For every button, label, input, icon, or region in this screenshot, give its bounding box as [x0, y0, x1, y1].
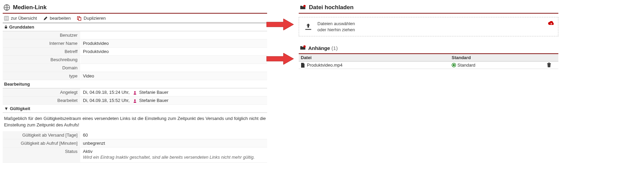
label-type: type	[3, 72, 81, 80]
label-betreff: Betreff	[3, 48, 81, 55]
label-angelegt: Angelegt	[3, 88, 81, 96]
svg-point-8	[134, 91, 136, 93]
section-grunddaten-label: Grunddaten	[9, 24, 34, 30]
duplicate-button[interactable]: Duplizieren	[77, 16, 106, 21]
value-interner-name: Produktvideo	[81, 39, 267, 47]
col-file[interactable]: Datei	[299, 54, 450, 62]
edit-button[interactable]: bearbeiten	[43, 16, 71, 21]
row-beschreibung: Beschreibung	[3, 56, 267, 64]
attachments-count: (1)	[331, 45, 337, 51]
label-versand: Gültigkeit ab Versand [Tage]	[3, 131, 81, 139]
label-interner-name: Interner Name	[3, 39, 81, 47]
page-title: Medien-Link	[13, 4, 47, 11]
label-benutzer: Benutzer	[3, 31, 81, 39]
value-benutzer	[81, 31, 267, 39]
svg-rect-7	[5, 27, 7, 29]
overview-label: zur Übersicht	[11, 16, 37, 21]
row-status: Status Aktiv Wird ein Eintrag Inaktiv ge…	[3, 147, 267, 163]
attachments-table: Datei Standard Produktvideo.mp4	[299, 54, 558, 69]
row-type: type Video	[3, 72, 267, 80]
left-panel-header: Medien-Link	[3, 3, 267, 14]
globe-icon	[3, 4, 10, 11]
edit-label: bearbeiten	[50, 16, 71, 21]
table-row[interactable]: Produktvideo.mp4 Standard	[299, 62, 558, 69]
value-versand: 60	[81, 131, 267, 139]
svg-point-13	[453, 64, 455, 66]
row-angelegt: Angelegt Di, 04.09.18, 15:24 Uhr, Stefan…	[3, 88, 267, 96]
value-beschreibung	[81, 56, 267, 64]
section-gueltigkeit[interactable]: ▼ Gültigkeit	[3, 105, 267, 113]
overview-button[interactable]: zur Übersicht	[4, 16, 37, 21]
svg-point-9	[134, 99, 136, 101]
gueltigkeit-info: Maßgeblich für den Gültigkeitszeitraum e…	[3, 113, 267, 131]
label-aufruf: Gültigkeit ab Aufruf [Minuten]	[3, 139, 81, 147]
status-note: Wird ein Eintrag Inaktiv geschaltet, sin…	[83, 154, 265, 161]
arrow-icon	[266, 53, 294, 65]
label-bearbeitet: Bearbeitet	[3, 96, 81, 104]
col-actions	[545, 54, 558, 62]
standard-label: Standard	[457, 63, 475, 68]
label-domain: Domain	[3, 64, 81, 72]
upload-text: Dateien auswählen oder hierhin ziehen	[317, 21, 355, 33]
folder-upload-icon	[299, 4, 306, 11]
user-icon	[133, 91, 137, 95]
section-bearbeitung: Bearbeitung	[3, 80, 267, 88]
caret-down-icon: ▼	[4, 106, 8, 111]
row-aufruf: Gültigkeit ab Aufruf [Minuten] unbegrenz…	[3, 139, 267, 147]
value-betreff: Produktvideo	[81, 48, 267, 55]
value-aufruf: unbegrenzt	[81, 139, 267, 147]
user-icon	[133, 99, 137, 103]
value-domain	[81, 64, 267, 72]
radio-selected-icon[interactable]	[452, 63, 456, 67]
upload-title: Datei hochladen	[309, 4, 353, 11]
svg-rect-6	[79, 17, 81, 20]
row-interner-name: Interner Name Produktvideo	[3, 39, 267, 48]
toolbar: zur Übersicht bearbeiten Duplizieren	[3, 14, 267, 23]
row-betreff: Betreff Produktvideo	[3, 48, 267, 56]
section-gueltigkeit-label: Gültigkeit	[10, 106, 30, 111]
upload-dropzone[interactable]: Dateien auswählen oder hierhin ziehen	[299, 17, 558, 36]
arrow-icon	[266, 19, 294, 30]
label-status: Status	[3, 147, 81, 162]
lock-icon	[4, 25, 8, 29]
upload-panel-header: Datei hochladen	[299, 3, 558, 14]
attachments-title: Anhänge (1)	[308, 45, 338, 51]
value-angelegt: Di, 04.09.18, 15:24 Uhr, Stefanie Bauer	[81, 88, 267, 96]
annotation-arrows	[267, 0, 296, 163]
section-bearbeitung-label: Bearbeitung	[4, 82, 30, 87]
row-domain: Domain	[3, 64, 267, 72]
upload-icon	[304, 22, 313, 31]
folder-attach-icon	[299, 45, 306, 51]
attachments-header: Anhänge (1)	[299, 41, 558, 54]
list-icon	[4, 16, 9, 21]
duplicate-label: Duplizieren	[84, 16, 106, 21]
file-name: Produktvideo.mp4	[307, 63, 343, 68]
row-bearbeitet: Bearbeitet Di, 04.09.18, 15:52 Uhr, Stef…	[3, 96, 267, 105]
row-versand: Gültigkeit ab Versand [Tage] 60	[3, 131, 267, 139]
value-status: Aktiv Wird ein Eintrag Inaktiv geschalte…	[81, 147, 267, 162]
section-grunddaten[interactable]: Grunddaten	[3, 23, 267, 31]
svg-point-11	[303, 46, 306, 48]
value-type: Video	[81, 72, 267, 80]
col-standard[interactable]: Standard	[450, 54, 545, 62]
value-bearbeitet: Di, 04.09.18, 15:52 Uhr, Stefanie Bauer	[81, 96, 267, 104]
pencil-icon	[43, 16, 48, 21]
svg-point-10	[303, 5, 306, 7]
copy-icon	[77, 16, 82, 21]
row-benutzer: Benutzer	[3, 31, 267, 39]
trash-icon[interactable]	[547, 63, 556, 68]
file-icon	[301, 63, 305, 68]
cloud-upload-icon[interactable]	[548, 21, 555, 26]
label-beschreibung: Beschreibung	[3, 56, 81, 64]
